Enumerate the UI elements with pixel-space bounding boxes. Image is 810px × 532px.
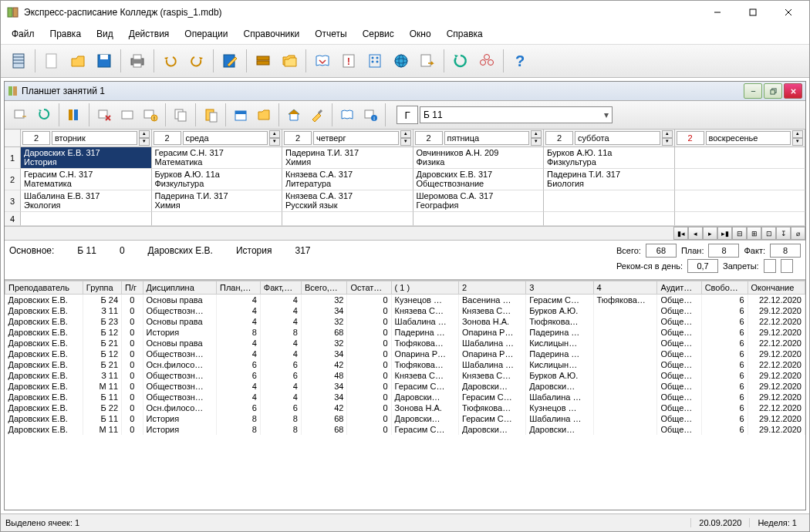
print-icon[interactable] xyxy=(124,48,150,74)
schedule-cell[interactable]: Герасим С.Н. 317Математика xyxy=(21,169,152,190)
day-spinner[interactable]: ▴▾ xyxy=(531,130,542,146)
col-header[interactable]: П/г xyxy=(122,281,143,295)
day-name[interactable]: вторник xyxy=(52,131,137,145)
day-num[interactable]: 2 xyxy=(22,131,50,145)
col-header[interactable]: Факт,… xyxy=(260,281,301,295)
book-open-icon[interactable] xyxy=(309,48,336,74)
schedule-cell[interactable] xyxy=(21,212,152,226)
schedule-cell[interactable]: Бурков А.Ю. 11аФизкультура xyxy=(544,147,675,169)
col-header[interactable]: 2 xyxy=(458,281,525,295)
nav-b4[interactable]: ↧ xyxy=(776,227,791,240)
nav-b2[interactable]: ⊞ xyxy=(747,227,761,240)
menu-Операции[interactable]: Операции xyxy=(178,27,234,41)
page-next-icon[interactable] xyxy=(414,48,440,74)
st-book-up-icon[interactable] xyxy=(63,104,85,126)
day-num[interactable]: 2 xyxy=(154,131,181,145)
type-combo[interactable] xyxy=(397,106,418,124)
table-row[interactable]: Даровских Е.В.М 110История88680Герасим С… xyxy=(5,424,805,435)
close-button[interactable] xyxy=(771,1,806,24)
nav-last[interactable]: ▸▮ xyxy=(717,227,732,240)
day-num[interactable]: 2 xyxy=(677,131,704,145)
col-header[interactable]: ( 1 ) xyxy=(391,281,458,295)
group-combo[interactable]: Б 11 xyxy=(420,106,613,123)
schedule-cell[interactable] xyxy=(675,147,806,169)
sub-minimize-button[interactable] xyxy=(744,83,762,99)
schedule-cell[interactable]: Герасим С.Н. 317Математика xyxy=(152,147,283,169)
day-spinner[interactable]: ▴▾ xyxy=(269,130,280,146)
day-name[interactable]: воскресенье xyxy=(706,131,791,145)
st-book-info-icon[interactable]: i xyxy=(359,104,381,126)
menu-Сервис[interactable]: Сервис xyxy=(356,27,400,41)
day-num[interactable]: 2 xyxy=(415,131,443,145)
col-header[interactable]: Окончание xyxy=(748,281,805,295)
day-spinner[interactable]: ▴▾ xyxy=(792,130,803,146)
day-name[interactable]: суббота xyxy=(575,131,660,145)
globe-icon[interactable] xyxy=(388,48,414,74)
day-name[interactable]: пятница xyxy=(444,131,530,145)
sub-restore-button[interactable] xyxy=(764,83,782,99)
data-table-wrap[interactable]: ПреподавательГруппаП/гДисциплинаПлан,…Фа… xyxy=(5,280,805,510)
schedule-cell[interactable]: Падерина Т.И. 317Биология xyxy=(544,169,675,190)
table-row[interactable]: Даровских Е.В.Б 120Обществозн…44340Опари… xyxy=(5,348,805,359)
menu-Отчеты[interactable]: Отчеты xyxy=(309,27,353,41)
nav-next[interactable]: ▸ xyxy=(703,227,717,240)
nav-prev[interactable]: ◂ xyxy=(688,227,703,240)
schedule-cell[interactable]: Бурков А.Ю. 11аФизкультура xyxy=(152,169,283,190)
redo-icon[interactable] xyxy=(184,48,210,74)
schedule-cell[interactable] xyxy=(413,212,545,226)
abacus-icon[interactable] xyxy=(362,48,388,74)
day-num[interactable]: 2 xyxy=(284,131,312,145)
menu-Справочники[interactable]: Справочники xyxy=(238,27,306,41)
page-warn-icon[interactable]: ! xyxy=(336,48,362,74)
day-spinner[interactable]: ▴▾ xyxy=(400,130,411,146)
schedule-cell[interactable]: Даровских Е.В. 317История xyxy=(21,147,152,169)
day-spinner[interactable]: ▴▾ xyxy=(662,130,673,146)
st-home-icon[interactable] xyxy=(283,104,305,126)
st-refresh-icon[interactable] xyxy=(33,104,55,126)
st-tools-icon[interactable] xyxy=(306,104,328,126)
schedule-cell[interactable] xyxy=(675,212,806,226)
table-row[interactable]: Даровских Е.В.Б 110Обществозн…44340Даров… xyxy=(5,392,805,402)
help-icon[interactable]: ? xyxy=(507,48,533,74)
st-paste-icon[interactable] xyxy=(200,104,221,126)
menu-Справка[interactable]: Справка xyxy=(440,27,489,41)
schedule-cell[interactable]: Овчинников А.Н. 209Физика xyxy=(413,147,545,169)
sub-close-button[interactable] xyxy=(784,83,802,99)
table-row[interactable]: Даровских Е.В.Б 220Осн.филосо…66420Зонов… xyxy=(5,402,805,413)
st-card-icon[interactable] xyxy=(116,104,138,126)
maximize-button[interactable] xyxy=(735,1,771,24)
table-row[interactable]: Даровских Е.В.З 110Обществозн…44340Князе… xyxy=(5,305,805,316)
schedule-cell[interactable] xyxy=(544,190,675,212)
col-header[interactable]: Остат… xyxy=(347,281,391,295)
st-book2-icon[interactable] xyxy=(336,104,358,126)
col-header[interactable]: Свобо… xyxy=(701,281,748,295)
schedule-cell[interactable] xyxy=(675,169,806,190)
schedule-cell[interactable] xyxy=(282,212,413,226)
table-row[interactable]: Даровских Е.В.З 110Обществозн…66480Князе… xyxy=(5,370,805,381)
schedule-cell[interactable]: Князева С.А. 317Литература xyxy=(282,169,413,190)
schedule-cell[interactable]: Князева С.А. 317Русский язык xyxy=(282,190,413,212)
flower-icon[interactable] xyxy=(474,48,500,74)
col-header[interactable]: 3 xyxy=(526,281,593,295)
table-row[interactable]: Даровских Е.В.М 110Обществозн…44340Герас… xyxy=(5,381,805,392)
tray-icon[interactable] xyxy=(250,48,276,74)
save-icon[interactable] xyxy=(91,48,117,74)
nav-b3[interactable]: ⊡ xyxy=(761,227,776,240)
st-card-warn-icon[interactable]: ! xyxy=(140,104,161,126)
st-folder-icon[interactable] xyxy=(253,104,275,126)
table-row[interactable]: Даровских Е.В.Б 230Основы права44320Шаба… xyxy=(5,316,805,327)
st-del-icon[interactable] xyxy=(93,104,115,126)
schedule-cell[interactable] xyxy=(152,212,283,226)
schedule-cell[interactable]: Шеромова С.А. 317География xyxy=(413,190,545,212)
edit-icon[interactable] xyxy=(217,48,243,74)
col-header[interactable]: Всего,… xyxy=(301,281,347,295)
st-calendar-icon[interactable] xyxy=(230,104,251,126)
schedule-cell[interactable] xyxy=(544,212,675,226)
menu-Правка[interactable]: Правка xyxy=(44,27,88,41)
table-row[interactable]: Даровских Е.В.Б 120История88680Падерина … xyxy=(5,327,805,338)
notebook-icon[interactable] xyxy=(5,48,32,74)
table-row[interactable]: Даровских Е.В.Б 240Основы права44320Кузн… xyxy=(5,295,805,306)
refresh-icon[interactable] xyxy=(447,48,474,74)
schedule-cell[interactable] xyxy=(675,190,806,212)
schedule-cell[interactable]: Шабалина Е.В. 317Экология xyxy=(21,190,152,212)
